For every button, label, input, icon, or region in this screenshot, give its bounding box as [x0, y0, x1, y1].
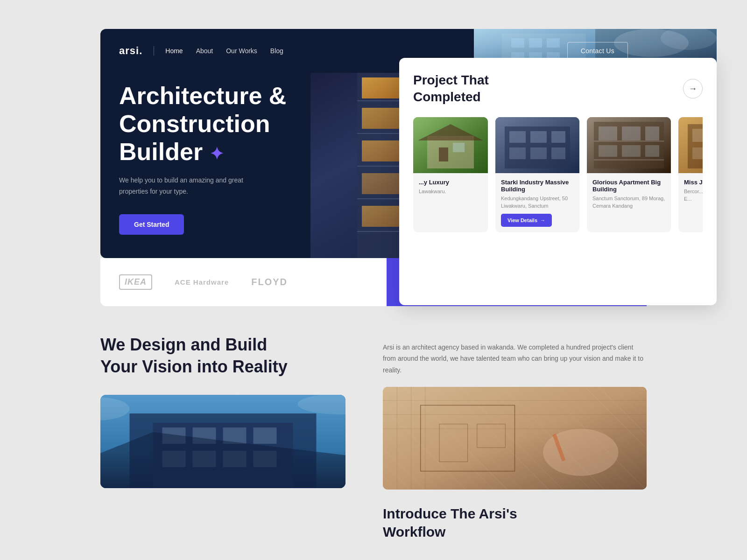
- svg-rect-84: [622, 126, 641, 140]
- svg-rect-88: [645, 145, 659, 157]
- ikea-logo: IKEA: [119, 274, 152, 290]
- project-cards-container: ...y Luxury Lawakwaru.: [413, 117, 703, 232]
- floyd-logo: FLOYD: [251, 277, 288, 287]
- project-card-starki: Starki Industry Massive Building Kedungk…: [495, 117, 579, 232]
- project-glorious-name: Glorious Apartment Big Building: [592, 179, 665, 193]
- svg-rect-56: [383, 387, 647, 490]
- nav-works-link[interactable]: Our Works: [226, 47, 257, 55]
- workflow-steps: Define The Problem First, we need define…: [383, 554, 647, 560]
- workflow-title-line2: Workflow: [383, 524, 445, 539]
- projects-title-line1: Project That: [413, 73, 489, 87]
- project-luxury-addr: Lawakwaru.: [419, 188, 482, 196]
- projects-panel: Project That Completed →: [399, 58, 717, 305]
- svg-rect-38: [362, 206, 399, 227]
- project-card-luxury: ...y Luxury Lawakwaru.: [413, 117, 488, 232]
- about-text: Arsi is an architect agency based in wak…: [383, 338, 647, 376]
- logo: arsi.: [119, 45, 142, 57]
- svg-rect-77: [551, 131, 565, 143]
- hero-title-line2: Construction: [119, 110, 270, 137]
- projects-panel-title: Project That Completed: [413, 72, 489, 106]
- projects-title-line2: Completed: [413, 90, 481, 104]
- hero-title-line1: Architecture &: [119, 82, 286, 109]
- project-card-miss: Miss Jend... Bercor... East E...: [678, 117, 703, 232]
- svg-rect-35: [362, 173, 399, 194]
- svg-rect-75: [509, 131, 526, 143]
- ace-hardware-logo: ACE Hardware: [175, 278, 229, 286]
- svg-rect-31: [362, 140, 399, 161]
- nav-blog[interactable]: Blog: [270, 47, 283, 55]
- nav-divider: [154, 46, 154, 56]
- nav-home-link[interactable]: Home: [165, 47, 183, 55]
- svg-rect-85: [645, 126, 659, 140]
- design-title-line2: Your Vision into Reality: [100, 357, 288, 376]
- svg-rect-80: [551, 147, 565, 159]
- workflow-title-line1: Introduce The Arsi's: [383, 506, 517, 521]
- svg-rect-76: [530, 131, 547, 143]
- project-card-starki-image: [495, 117, 579, 173]
- brands-bar: IKEA ACE Hardware FLOYD: [100, 258, 387, 306]
- project-card-miss-image: [678, 117, 703, 173]
- svg-rect-63: [421, 406, 515, 471]
- project-miss-addr: Bercor... East E...: [684, 188, 703, 203]
- svg-rect-71: [439, 147, 448, 161]
- svg-rect-25: [362, 77, 399, 98]
- svg-rect-79: [530, 147, 547, 159]
- project-card-luxury-image: [413, 117, 488, 173]
- view-details-button[interactable]: View Details →: [501, 214, 552, 227]
- svg-rect-95: [692, 147, 703, 159]
- svg-rect-90: [594, 159, 664, 161]
- contact-button[interactable]: Contact Us: [567, 42, 628, 60]
- project-luxury-name: ...y Luxury: [419, 179, 482, 186]
- project-starki-addr: Kedungkandang Upstreet, 50 Liwakwaru, Sa…: [501, 195, 574, 210]
- workflow-image: [383, 387, 647, 490]
- svg-point-66: [543, 429, 618, 476]
- svg-rect-72: [453, 143, 465, 152]
- left-column: We Design and Build Your Vision into Rea…: [100, 334, 374, 560]
- nav-about-link[interactable]: About: [196, 47, 213, 55]
- svg-rect-69: [427, 136, 474, 168]
- next-project-button[interactable]: →: [683, 79, 703, 98]
- design-title-line1: We Design and Build: [100, 335, 267, 354]
- svg-rect-87: [622, 145, 641, 157]
- svg-rect-28: [362, 108, 399, 129]
- design-title: We Design and Build Your Vision into Rea…: [100, 334, 345, 378]
- project-miss-name: Miss Jend...: [684, 179, 703, 186]
- nav-blog-link[interactable]: Blog: [270, 47, 283, 55]
- nav-home[interactable]: Home: [165, 47, 183, 55]
- svg-rect-67: [552, 434, 565, 462]
- svg-rect-48: [254, 427, 277, 444]
- nav-our-works[interactable]: Our Works: [226, 47, 257, 55]
- nav-links: Home About Our Works Blog: [165, 47, 283, 55]
- nav-about[interactable]: About: [196, 47, 213, 55]
- get-started-button[interactable]: Get Started: [119, 214, 184, 235]
- page-wrapper: arsi. Home About Our Works Blog Contact …: [0, 29, 747, 560]
- svg-rect-83: [599, 126, 617, 140]
- project-card-glorious: Glorious Apartment Big Building Sanctum …: [587, 117, 671, 232]
- svg-rect-64: [439, 424, 468, 462]
- project-card-miss-content: Miss Jend... Bercor... East E...: [678, 173, 703, 212]
- hero-description: We help you to build an amazing and grea…: [119, 175, 250, 197]
- hero-title-line3: Builder: [119, 138, 203, 165]
- view-details-arrow-icon: →: [540, 217, 545, 223]
- project-card-luxury-content: ...y Luxury Lawakwaru.: [413, 173, 488, 205]
- svg-rect-93: [692, 129, 703, 142]
- workflow-title: Introduce The Arsi's Workflow: [383, 504, 647, 541]
- project-card-glorious-image: [587, 117, 671, 173]
- svg-rect-65: [477, 424, 506, 448]
- workflow-step-1: Define The Problem First, we need define…: [383, 554, 647, 560]
- project-starki-name: Starki Industry Massive Building: [501, 179, 574, 193]
- svg-rect-86: [599, 145, 617, 157]
- svg-rect-78: [509, 147, 526, 159]
- main-content: We Design and Build Your Vision into Rea…: [100, 306, 647, 560]
- project-card-glorious-content: Glorious Apartment Big Building Sanctum …: [587, 173, 671, 219]
- hero-text-area: Architecture & Construction Builder ✦ We…: [100, 73, 306, 258]
- project-glorious-addr: Sanctum Sanctorum, 89 Morag, Cemara Kand…: [592, 195, 665, 210]
- svg-rect-89: [594, 140, 664, 142]
- projects-header: Project That Completed →: [413, 72, 703, 106]
- right-column: Arsi is an architect agency based in wak…: [374, 334, 647, 560]
- project-card-starki-content: Starki Industry Massive Building Kedungk…: [495, 173, 579, 232]
- view-details-label: View Details: [507, 217, 537, 223]
- star-icon: ✦: [210, 144, 224, 163]
- hero-title: Architecture & Construction Builder ✦: [119, 82, 287, 166]
- building-photo: [100, 395, 345, 488]
